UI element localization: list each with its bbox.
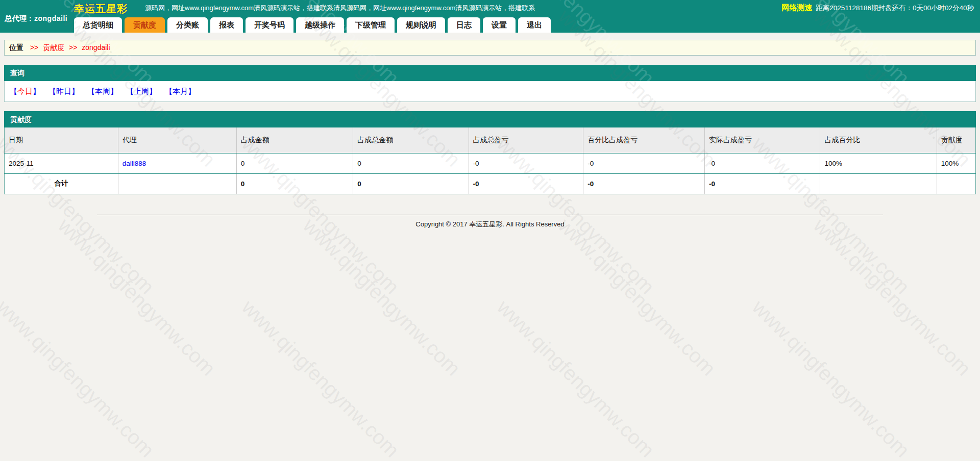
watermark-text: www.qingfengymw.com <box>809 214 975 380</box>
contribution-table: 日期代理占成金额占成总金额占成总盈亏百分比占成盈亏实际占成盈亏占成百分比贡献度 … <box>4 127 976 194</box>
breadcrumb-separator: >> <box>30 43 38 52</box>
footer: Copyright © 2017 幸运五星彩. All Rights Reser… <box>0 215 980 229</box>
watermark-text: www.qingfengymw.com <box>54 214 220 380</box>
query-panel-title: 查询 <box>4 65 976 81</box>
cell-6: -0 <box>705 153 820 173</box>
cell-7: 100% <box>820 153 937 173</box>
cell-1: daili888 <box>118 153 236 173</box>
filter-link-1[interactable]: 【昨日】 <box>48 87 79 96</box>
bracket: 】 <box>71 87 79 95</box>
cell-5: -0 <box>583 153 705 173</box>
tab-4[interactable]: 开奖号码 <box>246 17 293 33</box>
tab-7[interactable]: 规则说明 <box>397 17 445 33</box>
bracket: 】 <box>110 87 118 95</box>
breadcrumb-separator: >> <box>69 43 77 52</box>
watermark-text: www.qingfengymw.com <box>299 214 465 380</box>
filter-label: 昨日 <box>56 87 71 95</box>
draw-countdown: 距离20251128186期封盘还有：0天00小时02分40秒 <box>816 4 974 13</box>
column-header-3: 占成总金额 <box>353 127 469 153</box>
summary-cell-2: 0 <box>236 173 353 194</box>
site-logo: 幸运五星彩 <box>74 2 128 16</box>
filter-label: 本月 <box>173 87 188 95</box>
contribution-panel-title: 贡献度 <box>4 111 976 127</box>
filter-link-0[interactable]: 【今日】 <box>10 87 40 96</box>
column-header-5: 百分比占成盈亏 <box>583 127 705 153</box>
date-filter-row: 【今日】【昨日】【本周】【上周】【本月】 <box>4 81 976 102</box>
breadcrumb-label: 位置 <box>9 43 23 52</box>
tab-0[interactable]: 总货明细 <box>74 17 122 33</box>
summary-row: 合计00-0-0-0 <box>5 173 976 194</box>
copyright-text: Copyright © 2017 幸运五星彩. All Rights Reser… <box>0 215 980 229</box>
bracket: 】 <box>33 87 40 95</box>
breadcrumb-item-page: 贡献度 <box>43 43 64 52</box>
watermark-text: www.qingfengymw.com <box>237 296 404 461</box>
bracket: 【 <box>165 87 173 95</box>
agent-link[interactable]: daili888 <box>122 160 146 167</box>
summary-cell-8 <box>937 173 975 194</box>
summary-cell-3: 0 <box>353 173 469 194</box>
bracket: 【 <box>87 87 95 95</box>
breadcrumb-item-user: zongdaili <box>82 43 110 52</box>
column-header-7: 占成百分比 <box>820 127 937 153</box>
top-bar: 总代理：zongdaili 幸运五星彩 源码网，网址www.qingfengym… <box>0 0 980 33</box>
watermark-text: www.qingfengymw.com <box>0 296 159 461</box>
cell-3: 0 <box>353 153 469 173</box>
tab-3[interactable]: 报表 <box>210 17 243 33</box>
watermark-text: www.qingfengymw.com <box>748 296 914 461</box>
tab-5[interactable]: 越级操作 <box>296 17 344 33</box>
summary-cell-1 <box>118 173 236 194</box>
watermark-text: www.qingfengymw.com <box>493 296 659 461</box>
summary-cell-5: -0 <box>583 173 705 194</box>
tab-10[interactable]: 退出 <box>518 17 551 33</box>
filter-label: 本周 <box>95 87 110 95</box>
filter-link-2[interactable]: 【本周】 <box>87 87 118 96</box>
watermark-text: www.qingfengymw.com <box>554 214 720 380</box>
summary-cell-6: -0 <box>705 173 820 194</box>
tab-1-active[interactable]: 贡献度 <box>125 17 165 33</box>
agent-label: 总代理：zongdaili <box>5 14 67 23</box>
cell-8: 100% <box>937 153 975 173</box>
table-header-row: 日期代理占成金额占成总金额占成总盈亏百分比占成盈亏实际占成盈亏占成百分比贡献度 <box>5 127 976 153</box>
filter-link-4[interactable]: 【本月】 <box>165 87 195 96</box>
tab-8[interactable]: 日志 <box>448 17 480 33</box>
bracket: 【 <box>126 87 134 95</box>
bracket: 【 <box>48 87 56 95</box>
tab-6[interactable]: 下级管理 <box>347 17 395 33</box>
column-header-0: 日期 <box>5 127 118 153</box>
filter-label: 上周 <box>134 87 149 95</box>
cell-0: 2025-11 <box>5 153 118 173</box>
query-panel: 查询 【今日】【昨日】【本周】【上周】【本月】 <box>4 65 976 102</box>
column-header-1: 代理 <box>118 127 236 153</box>
page: 总代理：zongdaili 幸运五星彩 源码网，网址www.qingfengym… <box>0 0 980 461</box>
contribution-panel: 贡献度 日期代理占成金额占成总金额占成总盈亏百分比占成盈亏实际占成盈亏占成百分比… <box>4 111 976 194</box>
tab-2[interactable]: 分类账 <box>167 17 208 33</box>
bracket: 】 <box>188 87 195 95</box>
table-body: 2025-11daili88800-0-0-0100%100%合计00-0-0-… <box>5 153 976 194</box>
column-header-2: 占成金额 <box>236 127 353 153</box>
network-speed-test-link[interactable]: 网络测速 <box>781 3 812 13</box>
announcement-marquee: 源码网，网址www.qingfengymw.com清风源码演示站，搭建联系清风源… <box>145 4 600 13</box>
column-header-4: 占成总盈亏 <box>469 127 583 153</box>
network-info: 网络测速 距离20251128186期封盘还有：0天00小时02分40秒 <box>781 3 974 13</box>
summary-label: 合计 <box>5 173 118 194</box>
breadcrumb: 位置 >> 贡献度 >> zongdaili <box>4 40 976 56</box>
column-header-8: 贡献度 <box>937 127 975 153</box>
table-row: 2025-11daili88800-0-0-0100%100% <box>5 153 976 173</box>
nav-tabs: 总货明细贡献度分类账报表开奖号码越级操作下级管理规则说明日志设置退出 <box>74 17 551 33</box>
bracket: 】 <box>149 87 157 95</box>
bracket: 【 <box>10 87 17 95</box>
filter-link-3[interactable]: 【上周】 <box>126 87 157 96</box>
filter-label: 今日 <box>17 87 33 95</box>
announcement-text: 源码网，网址www.qingfengymw.com清风源码演示站，搭建联系清风源… <box>145 4 535 12</box>
summary-cell-4: -0 <box>469 173 583 194</box>
cell-4: -0 <box>469 153 583 173</box>
cell-2: 0 <box>236 153 353 173</box>
column-header-6: 实际占成盈亏 <box>705 127 820 153</box>
tab-9[interactable]: 设置 <box>483 17 516 33</box>
summary-cell-7 <box>820 173 937 194</box>
